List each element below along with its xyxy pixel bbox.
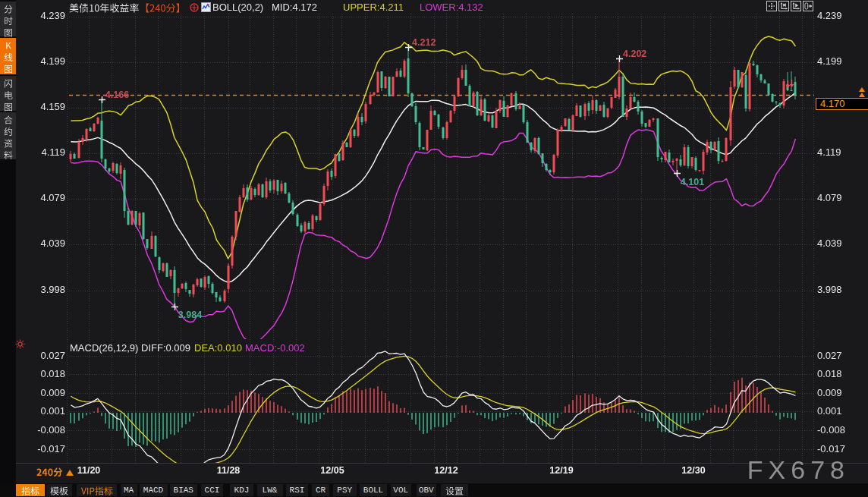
swing-high-label: 4.166 <box>105 90 129 100</box>
text-label: 合约资料 <box>0 112 1 113</box>
toolbar-button-vol[interactable]: VOL <box>391 484 411 496</box>
indicator-toolbar: 指标模板VIP指标MAMACDBIASCCIKDJLW&RSICRPSYBOLL… <box>0 483 868 497</box>
price-tick-label-left: 4.199 <box>32 56 65 67</box>
price-tick-label-right: 3.998 <box>817 285 842 295</box>
sidebar-item-flash-chart[interactable]: 闪电图 <box>0 76 16 111</box>
price-tick-label-left: 4.119 <box>32 147 65 158</box>
macd-tick-label-left: 0.027 <box>32 351 65 361</box>
text-label: K线图 <box>0 38 1 39</box>
triangle-up-icon <box>66 470 74 476</box>
sidebar-item-contract-info[interactable]: 合约资料 <box>0 112 16 159</box>
price-tick-label-left: 4.079 <box>32 193 65 203</box>
text-label: 美债10年收益率 <box>69 2 70 3</box>
scale-axis-icon[interactable] <box>778 1 789 11</box>
toolbar-button-模板[interactable]: 模板 <box>46 484 72 496</box>
text-label: LOWER:4.132 <box>420 2 483 13</box>
price-tick-label-left: 4.239 <box>32 11 65 21</box>
current-price-marker: 4.170 <box>816 98 868 110</box>
macd-tick-label-right: 0.001 <box>817 406 842 417</box>
price-tick-label-left: 4.159 <box>32 102 65 112</box>
swing-high-label: 4.202 <box>623 49 646 59</box>
toolbar-button-text: 指标 <box>16 484 17 485</box>
toolbar-button-text: 设置 <box>441 484 442 485</box>
alert-icon[interactable] <box>190 3 199 12</box>
toolbar-button-rsi[interactable]: RSI <box>286 484 308 496</box>
macd-tick-label-left: -0.008 <box>32 425 65 436</box>
toolbar-button-text: 模板 <box>46 484 47 485</box>
toolbar-button-ma[interactable]: MA <box>121 484 137 496</box>
toolbar-button-vip指标[interactable]: VIP指标 <box>77 484 117 496</box>
text-label: 【240分】 <box>140 2 140 3</box>
play-axis-icon[interactable] <box>791 1 801 11</box>
date-tick-label: 11/28 <box>217 465 241 476</box>
text-label: UPPER:4.211 <box>343 2 404 13</box>
price-tick-label-left: 4.039 <box>32 238 65 249</box>
toolbar-button-psy[interactable]: PSY <box>333 484 357 496</box>
toolbar-button-kdj[interactable]: KDJ <box>230 484 253 496</box>
macd-tick-label-right: 0.018 <box>817 369 842 379</box>
crosshair-tool-icon[interactable] <box>766 1 777 11</box>
text-label: DEA:0.010 <box>194 342 242 354</box>
price-tick-label-right: 4.039 <box>817 238 842 249</box>
toolbar-button-指标[interactable]: 指标 <box>16 484 45 496</box>
macd-tick-label-right: -0.008 <box>817 425 845 436</box>
indicator-mini-icon[interactable] <box>201 2 211 12</box>
macd-tick-label-right: -0.017 <box>817 444 845 455</box>
swing-high-label: 4.212 <box>412 37 436 48</box>
boll-mid-value: MID:4.172 <box>272 2 317 13</box>
swing-low-label: 3.984 <box>178 310 202 320</box>
price-up-arrow-icon <box>859 87 865 92</box>
date-tick-label: 11/20 <box>77 465 101 476</box>
price-tick-label-right: 4.199 <box>817 56 842 67</box>
text-label: MACD:-0.002 <box>245 342 305 354</box>
toolbar-button-cci[interactable]: CCI <box>201 484 223 496</box>
price-up-arrow-icon <box>859 93 865 97</box>
chart-title: 美债10年收益率 <box>69 2 140 16</box>
boll-lower-value: LOWER:4.132 <box>420 2 483 13</box>
macd-tick-label-left: 0.009 <box>32 388 65 398</box>
sidebar-item-time-chart[interactable]: 分时图 <box>0 2 16 36</box>
text-label: 240分 <box>36 465 37 466</box>
toolbar-button-text: VIP指标 <box>77 484 77 485</box>
macd-diff-value: DIFF:0.009 <box>141 342 190 354</box>
macd-tick-label-right: 0.009 <box>817 388 842 398</box>
text-label: MID:4.172 <box>272 2 317 13</box>
price-tick-label-right: 4.119 <box>817 147 841 158</box>
text-label: DIFF:0.009 <box>141 342 190 354</box>
text-label: BOLL(20,2) <box>212 2 263 13</box>
text-label: 4.170 <box>820 98 845 109</box>
toolbar-button-设置[interactable]: 设置 <box>441 484 468 496</box>
date-tick-label: 12/30 <box>681 465 705 476</box>
price-tick-label-left: 3.998 <box>32 285 65 295</box>
toolbar-button-macd[interactable]: MACD <box>140 484 168 496</box>
toolbar-button-cr[interactable]: CR <box>312 484 329 496</box>
toolbar-button-obv[interactable]: OBV <box>417 484 436 496</box>
indicator-sun-icon[interactable] <box>15 339 25 349</box>
macd-macd-value: MACD:-0.002 <box>245 342 305 354</box>
macd-dea-value: DEA:0.010 <box>194 342 242 354</box>
text-label: 分时图 <box>0 2 1 2</box>
date-tick-label: 12/12 <box>434 465 458 476</box>
candlestick-chart-canvas[interactable] <box>0 0 868 497</box>
boll-label: BOLL(20,2) <box>212 2 263 13</box>
swing-low-label: 4.101 <box>681 177 704 187</box>
watermark-logo: FX678 <box>747 455 850 485</box>
text-label: MACD(26,12,9) <box>70 342 138 354</box>
pan-right-icon[interactable] <box>803 1 813 11</box>
price-tick-label-right: 4.239 <box>817 11 842 21</box>
left-sidebar: 分时图 K线图 闪电图 合约资料 <box>0 0 16 497</box>
macd-tick-label-left: 0.001 <box>32 406 65 417</box>
macd-name-label: MACD(26,12,9) <box>70 342 138 354</box>
sidebar-item-kline-chart[interactable]: K线图 <box>0 38 16 74</box>
period-tag: 【240分】 <box>140 2 186 16</box>
text-label: 闪电图 <box>0 76 1 77</box>
boll-upper-value: UPPER:4.211 <box>343 2 404 13</box>
macd-tick-label-left: -0.017 <box>32 444 65 455</box>
price-tick-label-right: 4.079 <box>817 193 842 203</box>
toolbar-button-lw&[interactable]: LW& <box>257 484 283 496</box>
period-selector[interactable]: 240分 <box>36 465 74 479</box>
date-tick-label: 12/05 <box>320 465 344 476</box>
toolbar-button-bias[interactable]: BIAS <box>170 484 197 496</box>
toolbar-button-boll[interactable]: BOLL <box>360 484 387 496</box>
text-label: FX678 <box>747 455 850 484</box>
